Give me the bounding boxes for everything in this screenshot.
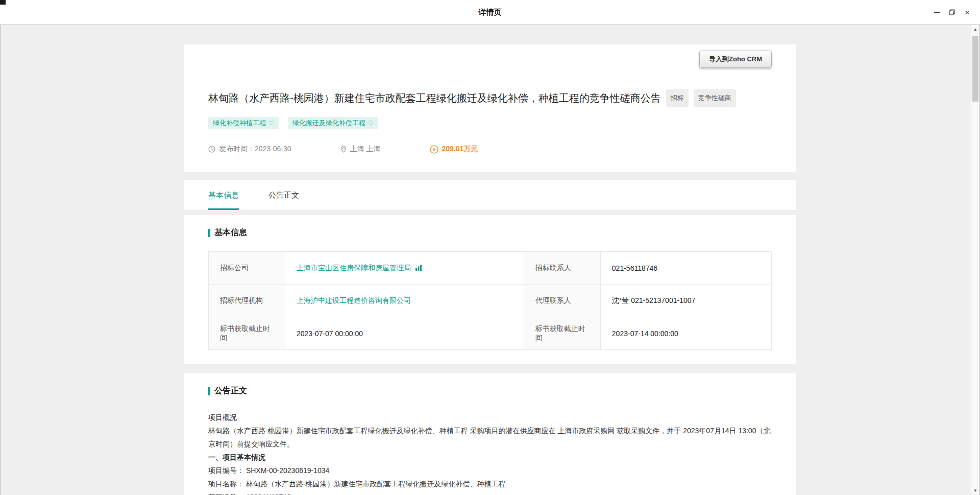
- budget-amount: ¥ 209.01万元: [430, 145, 478, 154]
- announcement-section-title: 公告正文: [208, 386, 772, 396]
- meta-row: 发布时间：2023-06-30 上海 上海 ¥ 209.01万元: [208, 145, 772, 154]
- announcement-paragraph: 预算编号： 1323-W10743: [208, 490, 772, 495]
- announcement-paragraph: 项目编号： SHXM-00-20230619-1034: [208, 464, 772, 477]
- minimize-icon: [934, 12, 940, 13]
- scrollbar-down-arrow[interactable]: ▼: [971, 486, 979, 495]
- announcement-paragraph: 林甸路（水产西路-桃园港）新建住宅市政配套工程绿化搬迁及绿化补偿、种植工程 采购…: [208, 424, 772, 451]
- amount-text: 209.01万元: [442, 145, 478, 154]
- row-label: 标书获取截止时间: [209, 317, 285, 350]
- announcement-body: 项目概况 林甸路（水产西路-桃园港）新建住宅市政配套工程绿化搬迁及绿化补偿、种植…: [208, 411, 772, 495]
- bidding-company-cell: 上海市宝山区住房保障和房屋管理局: [285, 252, 524, 285]
- tag-greening-compensation[interactable]: 绿化补偿种植工程 ♡: [208, 117, 279, 129]
- vertical-scrollbar[interactable]: ▲ ▼: [971, 25, 979, 495]
- badge-bid-type: 招标: [666, 89, 689, 107]
- restore-icon: [949, 9, 955, 15]
- bidding-company-link[interactable]: 上海市宝山区住房保障和房屋管理局: [297, 264, 411, 272]
- tag-greening-relocation[interactable]: 绿化搬迁及绿化补偿工程 ♡: [288, 117, 378, 129]
- window-titlebar: 详情页 ×: [0, 0, 980, 25]
- doc-deadline-cell: 2023-07-07 00:00:00: [285, 317, 524, 350]
- announcement-paragraph: 项目名称： 林甸路（水产西路-桃园港）新建住宅市政配套工程绿化搬迁及绿化补偿、种…: [208, 477, 772, 490]
- location: 上海 上海: [340, 145, 381, 154]
- heart-icon[interactable]: ♡: [268, 120, 274, 126]
- section-accent-bar: [208, 387, 210, 395]
- tabs-bar: 基本信息 公告正文: [184, 180, 796, 210]
- clock-icon: [208, 146, 215, 153]
- agency-cell: 上海沪中建设工程造价咨询有限公司: [285, 285, 524, 317]
- publish-time: 发布时间：2023-06-30: [208, 145, 291, 154]
- close-button[interactable]: ×: [960, 5, 975, 20]
- tags-row: 绿化补偿种植工程 ♡ 绿化搬迁及绿化补偿工程 ♡: [208, 117, 772, 129]
- row-label: 招标联系人: [524, 252, 600, 285]
- import-zoho-crm-button[interactable]: 导入到Zoho CRM: [699, 51, 772, 68]
- section-accent-bar: [208, 229, 210, 237]
- minimize-button[interactable]: [929, 5, 944, 20]
- scrollbar-thumb[interactable]: [972, 36, 978, 102]
- scrollbar-up-arrow[interactable]: ▲: [971, 25, 979, 34]
- bar-chart-icon[interactable]: [415, 264, 422, 273]
- window-content: 导入到Zoho CRM 林甸路（水产西路-桃园港）新建住宅市政配套工程绿化搬迁及…: [0, 25, 980, 495]
- tab-announcement-text[interactable]: 公告正文: [268, 180, 299, 210]
- tag-label: 绿化搬迁及绿化补偿工程: [292, 119, 365, 128]
- window-title: 详情页: [479, 8, 502, 17]
- announcement-card: 公告正文 项目概况 林甸路（水产西路-桃园港）新建住宅市政配套工程绿化搬迁及绿化…: [184, 373, 796, 495]
- bidding-contact-cell: 021-56118746: [600, 252, 771, 285]
- location-pin-icon: [340, 146, 347, 153]
- basic-info-section-title: 基本信息: [208, 227, 772, 238]
- table-row: 招标公司 上海市宝山区住房保障和房屋管理局 招标联系人 021-56118746: [209, 252, 772, 285]
- publish-time-text: 发布时间：2023-06-30: [219, 145, 291, 154]
- tag-label: 绿化补偿种植工程: [213, 119, 266, 128]
- agency-contact-cell: 沈*莹 021-52137001-1007: [600, 285, 771, 317]
- announcement-paragraph: 项目概况: [208, 411, 772, 424]
- yuan-icon: ¥: [430, 145, 438, 154]
- section-title-text: 公告正文: [214, 386, 247, 396]
- doc-deadline-cell-2: 2023-07-14 00:00:00: [600, 317, 771, 350]
- window-controls: ×: [929, 0, 975, 25]
- agency-link[interactable]: 上海沪中建设工程造价咨询有限公司: [297, 296, 411, 304]
- tab-basic-info[interactable]: 基本信息: [208, 180, 239, 210]
- basic-info-card: 基本信息 招标公司 上海市宝山区住房保障和房屋管理局 招标联系人 021-561…: [184, 215, 796, 364]
- maximize-button[interactable]: [944, 5, 960, 20]
- table-row: 招标代理机构 上海沪中建设工程造价咨询有限公司 代理联系人 沈*莹 021-52…: [209, 285, 772, 317]
- title-text: 林甸路（水产西路-桃园港）新建住宅市政配套工程绿化搬迁及绿化补偿，种植工程的竞争…: [208, 92, 661, 104]
- announcement-paragraph: 一、项目基本情况: [208, 451, 772, 464]
- row-label: 招标代理机构: [209, 285, 285, 317]
- section-title-text: 基本信息: [214, 227, 247, 238]
- announcement-title: 林甸路（水产西路-桃园港）新建住宅市政配套工程绿化搬迁及绿化补偿，种植工程的竞争…: [208, 89, 772, 107]
- row-label: 标书获取截止时间: [524, 317, 600, 350]
- row-label: 代理联系人: [524, 285, 600, 317]
- svg-text:¥: ¥: [432, 147, 435, 152]
- table-row: 标书获取截止时间 2023-07-07 00:00:00 标书获取截止时间 20…: [209, 317, 772, 350]
- row-label: 招标公司: [209, 252, 285, 285]
- badge-procurement-method: 竞争性磋商: [694, 89, 736, 107]
- close-icon: ×: [965, 8, 970, 17]
- basic-info-table: 招标公司 上海市宝山区住房保障和房屋管理局 招标联系人 021-56118746…: [208, 251, 772, 350]
- action-bar: 导入到Zoho CRM: [208, 51, 772, 68]
- app-icon: [0, 0, 6, 5]
- header-card: 导入到Zoho CRM 林甸路（水产西路-桃园港）新建住宅市政配套工程绿化搬迁及…: [184, 44, 796, 172]
- heart-icon[interactable]: ♡: [368, 120, 374, 126]
- detail-page: 导入到Zoho CRM 林甸路（水产西路-桃园港）新建住宅市政配套工程绿化搬迁及…: [184, 44, 796, 495]
- location-text: 上海 上海: [350, 145, 381, 154]
